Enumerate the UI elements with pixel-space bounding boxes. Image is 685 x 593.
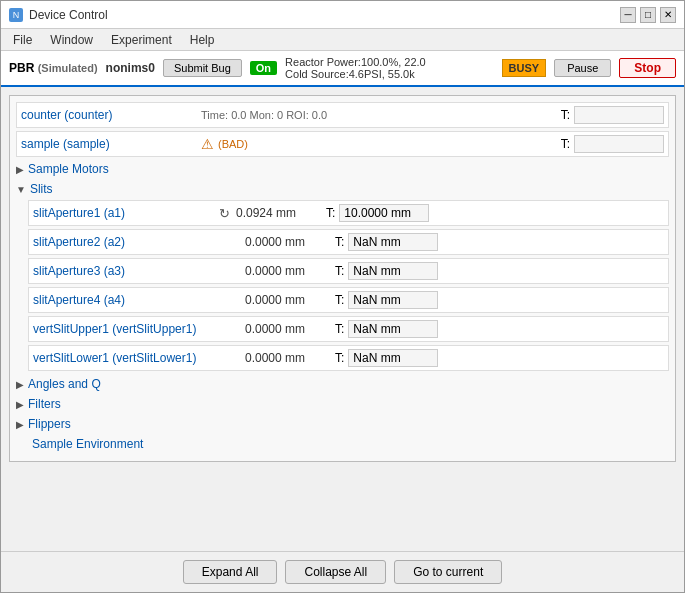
slit-value-5: 0.0000 mm [245, 351, 335, 365]
menu-experiment[interactable]: Experiment [103, 31, 180, 48]
angles-q-header[interactable]: ▶ Angles and Q [16, 375, 669, 393]
slit-target-input-5[interactable] [348, 349, 438, 367]
counter-row: counter (counter) Time: 0.0 Mon: 0 ROI: … [16, 102, 669, 128]
slits-label: Slits [30, 182, 53, 196]
slit-row-0: slitAperture1 (a1)↻0.0924 mmT: [28, 200, 669, 226]
counter-target-input[interactable] [574, 106, 664, 124]
slit-value-0: 0.0924 mm [236, 206, 326, 220]
slits-header[interactable]: ▼ Slits [16, 180, 669, 198]
pbr-label: PBR (Simulated) [9, 61, 98, 75]
slit-target-label-2: T: [335, 264, 344, 278]
warning-icon: ⚠ [201, 136, 214, 152]
slit-target-input-3[interactable] [348, 291, 438, 309]
slit-row-5: vertSlitLower1 (vertSlitLower1)0.0000 mm… [28, 345, 669, 371]
main-window: N Device Control ─ □ ✕ File Window Exper… [0, 0, 685, 593]
submit-bug-button[interactable]: Submit Bug [163, 59, 242, 77]
counter-target-label: T: [561, 108, 570, 122]
slit-target-input-2[interactable] [348, 262, 438, 280]
slit-name-3[interactable]: slitAperture4 (a4) [33, 293, 213, 307]
refresh-icon-0[interactable]: ↻ [219, 206, 230, 221]
slit-target-input-1[interactable] [348, 233, 438, 251]
flippers-label: Flippers [28, 417, 71, 431]
slit-row-1: slitAperture2 (a2)0.0000 mmT: [28, 229, 669, 255]
slit-row-3: slitAperture4 (a4)0.0000 mmT: [28, 287, 669, 313]
window-controls: ─ □ ✕ [620, 7, 676, 23]
sample-env-label: Sample Environment [32, 437, 143, 451]
menu-file[interactable]: File [5, 31, 40, 48]
filters-label: Filters [28, 397, 61, 411]
slit-target-label-5: T: [335, 351, 344, 365]
flippers-header[interactable]: ▶ Flippers [16, 415, 669, 433]
sample-target-input[interactable] [574, 135, 664, 153]
footer: Expand All Collapse All Go to current [1, 551, 684, 592]
maximize-button[interactable]: □ [640, 7, 656, 23]
slit-name-4[interactable]: vertSlitUpper1 (vertSlitUpper1) [33, 322, 213, 336]
slit-row-2: slitAperture3 (a3)0.0000 mmT: [28, 258, 669, 284]
bad-badge: (BAD) [218, 138, 248, 150]
busy-badge: BUSY [502, 59, 547, 77]
slit-name-1[interactable]: slitAperture2 (a2) [33, 235, 213, 249]
filters-arrow: ▶ [16, 399, 24, 410]
counter-status: Time: 0.0 Mon: 0 ROI: 0.0 [201, 109, 561, 121]
flippers-arrow: ▶ [16, 419, 24, 430]
slit-target-label-0: T: [326, 206, 335, 220]
slit-value-3: 0.0000 mm [245, 293, 335, 307]
toolbar: PBR (Simulated) nonims0 Submit Bug On Re… [1, 51, 684, 87]
filters-header[interactable]: ▶ Filters [16, 395, 669, 413]
sample-motors-label: Sample Motors [28, 162, 109, 176]
slit-value-4: 0.0000 mm [245, 322, 335, 336]
collapse-all-button[interactable]: Collapse All [285, 560, 386, 584]
sample-row: sample (sample) ⚠ (BAD) T: [16, 131, 669, 157]
menu-help[interactable]: Help [182, 31, 223, 48]
close-button[interactable]: ✕ [660, 7, 676, 23]
slit-value-2: 0.0000 mm [245, 264, 335, 278]
slit-name-5[interactable]: vertSlitLower1 (vertSlitLower1) [33, 351, 213, 365]
on-badge: On [250, 61, 277, 75]
slit-row-4: vertSlitUpper1 (vertSlitUpper1)0.0000 mm… [28, 316, 669, 342]
main-content: counter (counter) Time: 0.0 Mon: 0 ROI: … [1, 87, 684, 551]
window-title: Device Control [29, 8, 614, 22]
counter-device-name[interactable]: counter (counter) [21, 108, 201, 122]
slit-name-2[interactable]: slitAperture3 (a3) [33, 264, 213, 278]
slit-target-label-3: T: [335, 293, 344, 307]
menu-bar: File Window Experiment Help [1, 29, 684, 51]
slit-target-label-1: T: [335, 235, 344, 249]
noms-label: nonims0 [106, 61, 155, 75]
slit-target-input-0[interactable] [339, 204, 429, 222]
title-bar: N Device Control ─ □ ✕ [1, 1, 684, 29]
slits-arrow: ▼ [16, 184, 26, 195]
slits-content: slitAperture1 (a1)↻0.0924 mmT:slitApertu… [28, 200, 669, 371]
sample-target-label: T: [561, 137, 570, 151]
expand-all-button[interactable]: Expand All [183, 560, 278, 584]
angles-q-label: Angles and Q [28, 377, 101, 391]
slit-value-1: 0.0000 mm [245, 235, 335, 249]
sample-env-header[interactable]: Sample Environment [16, 435, 669, 453]
stop-button[interactable]: Stop [619, 58, 676, 78]
angles-q-arrow: ▶ [16, 379, 24, 390]
minimize-button[interactable]: ─ [620, 7, 636, 23]
slit-target-input-4[interactable] [348, 320, 438, 338]
sample-motors-arrow: ▶ [16, 164, 24, 175]
reactor-info: Reactor Power:100.0%, 22.0 Cold Source:4… [285, 56, 493, 80]
slit-target-label-4: T: [335, 322, 344, 336]
slit-name-0[interactable]: slitAperture1 (a1) [33, 206, 213, 220]
pause-button[interactable]: Pause [554, 59, 611, 77]
sample-motors-header[interactable]: ▶ Sample Motors [16, 160, 669, 178]
app-icon: N [9, 8, 23, 22]
menu-window[interactable]: Window [42, 31, 101, 48]
sample-device-name[interactable]: sample (sample) [21, 137, 201, 151]
go-to-current-button[interactable]: Go to current [394, 560, 502, 584]
device-panel: counter (counter) Time: 0.0 Mon: 0 ROI: … [9, 95, 676, 462]
